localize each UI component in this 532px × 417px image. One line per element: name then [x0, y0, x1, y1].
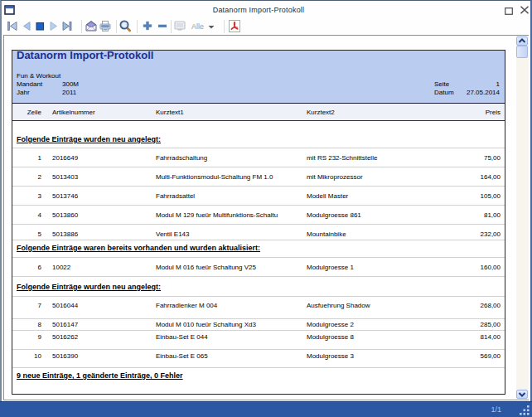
cell-kurztext1: Einbau-Set E 044 [156, 333, 208, 341]
table-row: 25013403Multi-Funktionsmodul-Schaltung F… [12, 173, 505, 182]
zoom-in-button[interactable] [141, 19, 154, 33]
cell-artikelnummer: 10022 [52, 264, 70, 271]
cell-artikelnummer: 5016147 [52, 321, 78, 328]
pdf-export-button[interactable] [228, 19, 241, 33]
print-button[interactable] [99, 19, 112, 33]
datum-value: 27.05.2014 [467, 89, 500, 96]
page-scope-value[interactable]: Alle [191, 22, 204, 31]
next-page-button[interactable] [47, 19, 60, 33]
plus-icon [141, 19, 154, 33]
maximize-button[interactable] [505, 7, 513, 15]
previous-page-icon [20, 19, 33, 33]
cell-zeile: 10 [12, 352, 41, 360]
table-row: 85016147Modul M 010 fueür Schaltung Xd3M… [12, 321, 505, 329]
column-header-zeile: Zeile [12, 109, 41, 116]
table-row: 45013860Modul M 129 fueür Multifunktions… [12, 211, 505, 220]
last-page-button[interactable] [60, 19, 74, 33]
column-header-kurztext2: Kurztext2 [307, 109, 335, 116]
cell-artikelnummer: 2016649 [52, 154, 78, 162]
column-header-kurztext1: Kurztext1 [156, 109, 184, 116]
cell-kurztext2: Modell Master [307, 192, 348, 200]
cell-zeile: 1 [12, 154, 41, 162]
scroll-up-button[interactable] [516, 36, 528, 46]
toolbar-separator [224, 20, 225, 33]
page-indicator: 1/1 [491, 405, 501, 414]
close-button[interactable] [520, 6, 530, 14]
scrollbar-thumb[interactable] [516, 46, 528, 58]
cell-zeile: 7 [12, 302, 41, 309]
jahr-label: Jahr [17, 89, 30, 96]
vertical-scrollbar[interactable] [516, 36, 529, 400]
row-separator-line [12, 318, 505, 319]
first-page-icon [6, 19, 19, 33]
row-separator-line [12, 240, 505, 240]
row-separator-line [12, 349, 505, 350]
row-separator-line [12, 167, 505, 167]
printer-icon [99, 19, 112, 33]
stop-icon [33, 19, 46, 33]
previous-page-button[interactable] [20, 19, 33, 33]
report-page: Datanorm Import-Protokoll Fun & Workout … [12, 50, 505, 395]
row-separator-line [12, 224, 505, 225]
next-page-icon [47, 19, 60, 33]
pdf-icon [228, 19, 241, 33]
last-page-icon [60, 19, 74, 33]
send-mail-button[interactable] [85, 19, 98, 33]
mandant-label: Mandant [17, 80, 42, 88]
table-row: 95016262Einbau-Set E 044Modulgroesse 881… [12, 333, 505, 342]
table-row: 35013746FahrradsattelModell Master105,00 [12, 192, 505, 201]
cell-zeile: 2 [12, 173, 41, 181]
cell-artikelnummer: 5016044 [52, 302, 78, 309]
resize-grip[interactable] [519, 405, 530, 416]
title-bar: Datanorm Import-Protokoll [2, 1, 530, 18]
cell-kurztext2: Modulgroesse 1 [307, 264, 354, 271]
chevron-up-icon [517, 37, 527, 45]
cell-kurztext2: Modulgroesse 2 [307, 321, 354, 328]
toolbar: Alle [2, 18, 530, 36]
report-title: Datanorm Import-Protokoll [17, 49, 153, 61]
scroll-down-button[interactable] [516, 390, 528, 399]
chevron-down-icon[interactable] [206, 21, 216, 32]
datum-label: Datum [434, 89, 454, 96]
cell-artikelnummer: 5013746 [52, 192, 78, 200]
column-header-preis: Preis [434, 109, 501, 116]
column-header-artikelnummer: Artikelnummer [52, 109, 95, 116]
cell-preis: 232,00 [434, 230, 501, 238]
row-separator-line [12, 257, 505, 258]
cell-kurztext2: Modulgroesse 8 [307, 333, 354, 341]
table-row: 55013886Ventil E143Mountainbike232,00 [12, 230, 505, 239]
cell-kurztext2: Ausfuehrung Shadow [307, 302, 370, 309]
cell-kurztext2: mit Mikroprozessor [307, 173, 363, 181]
row-separator-line [12, 276, 505, 277]
cell-preis: 285,00 [434, 321, 501, 328]
stop-button[interactable] [33, 19, 46, 33]
cell-zeile: 5 [12, 230, 41, 238]
cell-kurztext1: Modul M 129 fueür Multifunktions-Schaltu [156, 211, 278, 219]
chevron-down-icon [517, 390, 527, 398]
cell-zeile: 9 [12, 333, 41, 341]
section-heading: Folgende Einträge wurden neu angelegt: [17, 283, 161, 291]
cell-zeile: 3 [12, 192, 41, 200]
first-page-button[interactable] [6, 19, 19, 33]
cell-artikelnummer: 5016262 [52, 333, 78, 341]
report-summary: 9 neue Einträge, 1 geänderte Einträge, 0… [17, 371, 183, 380]
cell-kurztext1: Fahrradschaltung [156, 154, 207, 162]
cell-kurztext2: Mountainbike [307, 230, 346, 238]
pages-icon [173, 19, 186, 33]
app-window: Datanorm Import-Protokoll [0, 0, 532, 417]
cell-preis: 569,00 [434, 352, 501, 360]
table-row: 75016044Fahrradlenker M 004Ausfuehrung S… [12, 302, 505, 310]
zoom-out-button[interactable] [156, 19, 169, 33]
cell-preis: 814,00 [434, 333, 501, 341]
row-separator-line [12, 330, 505, 331]
cell-artikelnummer: 5016390 [52, 352, 78, 360]
page-scope-button[interactable] [173, 19, 186, 33]
report-preview-pane: Datanorm Import-Protokoll Fun & Workout … [3, 35, 529, 400]
status-bar: 1/1 [0, 401, 532, 417]
zoom-button[interactable] [118, 19, 132, 33]
cell-preis: 105,00 [434, 192, 501, 200]
minus-icon [156, 19, 169, 33]
toolbar-separator [81, 20, 82, 33]
report-company: Fun & Workout [17, 72, 60, 80]
row-separator-line [12, 367, 505, 368]
